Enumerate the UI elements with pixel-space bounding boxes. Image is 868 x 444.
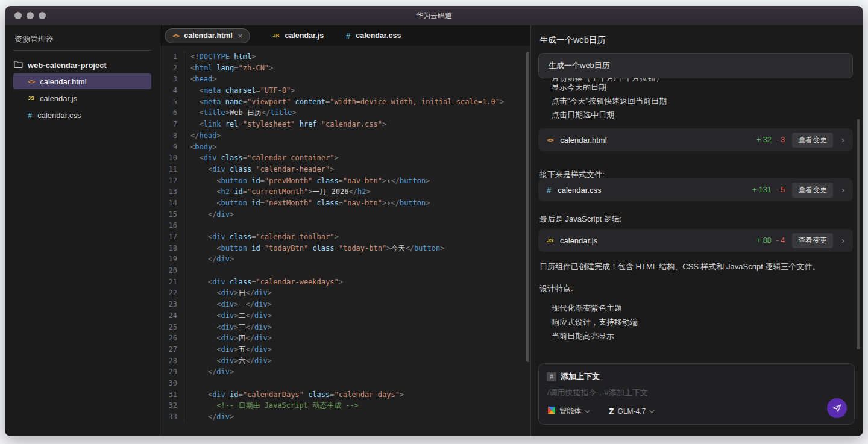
project-folder[interactable]: web-calendar-project	[5, 58, 160, 72]
window-maximize-button[interactable]	[39, 12, 46, 19]
sidebar-divider	[13, 50, 151, 51]
model-logo-icon: Z	[609, 407, 614, 416]
chevron-down-icon	[585, 408, 590, 413]
list-item: 点击"今天"按钮快速返回当前日期	[552, 94, 851, 108]
code-text: </div>	[184, 366, 234, 378]
view-changes-button[interactable]: 查看变更	[792, 133, 833, 148]
file-name: calendar.js	[560, 236, 597, 245]
code-line: 21 <div class="calendar-weekdays">	[160, 277, 530, 288]
chevron-right-icon[interactable]: ›	[841, 236, 844, 245]
code-text: <meta charset="UTF-8">	[184, 85, 295, 96]
js-file-icon: JS	[547, 237, 553, 243]
code-text: <div>一</div>	[184, 299, 272, 310]
sidebar-item-calendar-css[interactable]: # calendar.css	[13, 107, 151, 123]
code-text: <div>五</div>	[184, 344, 272, 355]
line-number: 33	[160, 411, 184, 423]
code-text: <html lang="zh-CN">	[184, 63, 273, 74]
title-bar: 华为云码道	[5, 6, 863, 25]
sidebar-item-calendar-html[interactable]: <> calendar.html	[13, 73, 151, 89]
code-line: 24 <div>二</div>	[160, 310, 530, 322]
design-feature-list: 现代化渐变紫色主题 响应式设计，支持移动端 当前日期高亮显示	[552, 301, 851, 343]
lines-added: + 88	[756, 236, 772, 245]
add-context-chip[interactable]: # 添加上下文	[547, 371, 600, 382]
chat-scrollbar[interactable]	[857, 119, 860, 349]
code-line: 32 <!-- 日期由 JavaScript 动态生成 -->	[160, 400, 530, 411]
code-text: <button id="todayBtn" class="today-btn">…	[184, 243, 444, 254]
close-icon[interactable]: ×	[238, 31, 243, 40]
css-file-icon: #	[547, 186, 551, 195]
list-item: 当前日期高亮显示	[552, 329, 851, 343]
selector-row: 智能体 Z GLM-4.7	[547, 406, 653, 416]
app-window: 华为云码道 资源管理器 web-calendar-project <> cale…	[5, 6, 863, 436]
line-number: 9	[160, 142, 184, 153]
window-minimize-button[interactable]	[27, 12, 34, 19]
code-line: 33 </div>	[160, 411, 530, 423]
line-number: 25	[160, 322, 184, 333]
line-number: 8	[160, 130, 184, 142]
tab-label: calendar.html	[184, 31, 233, 40]
code-line: 27 <div>五</div>	[160, 344, 530, 355]
tab-calendar-js[interactable]: JS calendar.js	[272, 29, 324, 42]
code-text: <h2 id="currentMonth">一月 2026</h2>	[184, 186, 371, 198]
agent-label: 智能体	[559, 406, 581, 416]
editor-scrollbar[interactable]	[526, 52, 529, 362]
line-number: 1	[160, 51, 184, 63]
file-change-card-js[interactable]: JS calendar.js + 88 - 4 查看变更 ›	[538, 229, 853, 252]
line-number: 24	[160, 310, 184, 322]
agent-selector[interactable]: 智能体	[547, 406, 588, 416]
code-line: 31 <div id="calendarDays" class="calenda…	[160, 389, 530, 401]
code-line: 8</head>	[160, 130, 530, 142]
model-selector[interactable]: Z GLM-4.7	[609, 407, 653, 416]
code-line: 11 <div class="calendar-header">	[160, 164, 530, 175]
paper-plane-icon	[832, 403, 842, 413]
tab-calendar-css[interactable]: # calendar.css	[346, 29, 401, 43]
js-file-icon: JS	[28, 95, 34, 101]
code-line: 30	[160, 378, 530, 389]
code-text: <head>	[184, 73, 216, 85]
file-change-card-css[interactable]: # calendar.css + 131 - 5 查看变更 ›	[538, 178, 853, 201]
sidebar-item-calendar-js[interactable]: JS calendar.js	[13, 90, 151, 106]
view-changes-button[interactable]: 查看变更	[792, 183, 833, 198]
lines-removed: - 3	[776, 136, 785, 144]
line-number: 13	[160, 186, 184, 198]
window-close-button[interactable]	[14, 12, 22, 19]
explorer-header: 资源管理器	[5, 25, 160, 50]
lines-removed: - 4	[776, 236, 785, 245]
line-number: 11	[160, 164, 184, 175]
window-controls	[14, 12, 46, 19]
chevron-right-icon[interactable]: ›	[841, 185, 844, 195]
code-line: 18 <button id="todayBtn" class="today-bt…	[160, 243, 530, 254]
code-text: </head>	[184, 130, 221, 142]
code-text	[184, 220, 190, 231]
code-text: <div>日</div>	[184, 287, 272, 299]
code-line: 6 <title>Web 日历</title>	[160, 107, 530, 119]
line-number: 23	[160, 299, 184, 310]
code-text: <div class="calendar-weekdays">	[184, 277, 343, 288]
send-button[interactable]	[827, 398, 847, 418]
line-number: 12	[160, 175, 184, 187]
code-area[interactable]: 1<!DOCTYPE html>2<html lang="zh-CN">3<he…	[160, 46, 530, 436]
line-number: 5	[160, 96, 184, 108]
hash-icon: #	[547, 372, 556, 381]
view-changes-button[interactable]: 查看变更	[792, 233, 833, 248]
code-line: 17 <div class="calendar-toolbar">	[160, 231, 530, 243]
chat-input-box[interactable]: # 添加上下文 /调用快捷指令，#添加上下文	[538, 363, 855, 425]
chat-input-placeholder[interactable]: /调用快捷指令，#添加上下文	[547, 387, 648, 398]
tab-label: calendar.css	[356, 31, 401, 40]
code-text: <body>	[184, 142, 216, 153]
html-file-icon: <>	[28, 78, 34, 86]
code-line: 22 <div>日</div>	[160, 287, 530, 299]
tab-calendar-html[interactable]: <> calendar.html ×	[165, 28, 250, 43]
code-line: 15 </div>	[160, 209, 530, 220]
chevron-right-icon[interactable]: ›	[841, 135, 844, 145]
js-file-icon: JS	[272, 33, 279, 39]
project-folder-label: web-calendar-project	[28, 61, 107, 70]
list-item: 点击日期选中日期	[552, 108, 851, 122]
file-change-card-html[interactable]: <> calendar.html + 32 - 3 查看变更 ›	[538, 128, 853, 151]
lines-added: + 32	[756, 136, 772, 144]
code-text	[184, 378, 190, 389]
file-label: calendar.css	[37, 111, 81, 120]
code-line: 9<body>	[160, 142, 530, 153]
code-text: <div id="calendarDays" class="calendar-d…	[184, 389, 404, 401]
line-number: 4	[160, 85, 184, 96]
